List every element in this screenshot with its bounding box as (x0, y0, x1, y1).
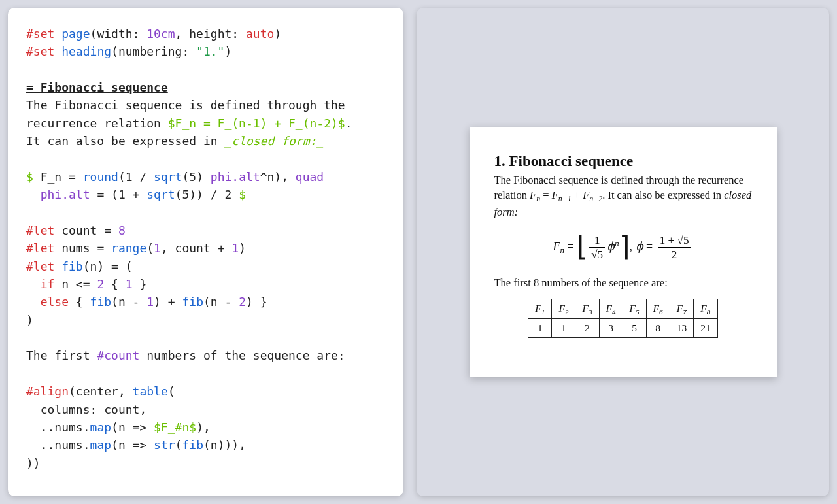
intro-paragraph: The Fibonacci sequence is defined throug… (494, 173, 752, 220)
math-F: F (553, 240, 560, 253)
fn-table: table (133, 384, 168, 398)
fibonacci-table: F1 F2 F3 F4 F5 F6 F7 F8 1 1 2 3 5 8 13 (528, 299, 717, 339)
table-cell: F5 (623, 299, 646, 319)
code-text: (numbering: (111, 44, 196, 58)
literal-1: 1 (126, 277, 133, 291)
table-cell: 21 (694, 319, 718, 338)
page-title: 1. Fibonacci sequence (494, 153, 752, 170)
table-cell: F4 (599, 299, 623, 319)
var-count: count (54, 224, 97, 237)
code-text: ) (224, 44, 231, 58)
fn-fib: fib (90, 295, 112, 309)
table-cell: F7 (670, 299, 694, 319)
text: , (630, 240, 636, 253)
literal-2: 2 (239, 295, 246, 309)
table-cell: 5 (623, 319, 646, 338)
fn-sqrt: sqrt (154, 170, 182, 184)
phi-symbol: ϕ (636, 240, 643, 253)
code-text: . (345, 116, 352, 130)
fraction: 1√5 (589, 234, 605, 261)
numerator: 1 (589, 234, 605, 247)
table-cell: 1 (552, 319, 575, 338)
code-editor-pane[interactable]: #set page(width: 10cm, height: auto) #se… (8, 8, 403, 496)
code-text: = (1 + (90, 188, 147, 201)
fn-str: str (154, 438, 175, 452)
fraction: 1 + √52 (658, 234, 691, 261)
sym-phi: phi.alt (41, 188, 90, 201)
text: = (540, 189, 552, 201)
math-F: F (583, 189, 589, 201)
fn-map: map (90, 438, 112, 452)
code-text: ) } (246, 295, 267, 309)
code-text: numbers of the sequence are: (139, 348, 345, 362)
math-F: F (530, 189, 536, 201)
code-text: n <= (54, 277, 97, 291)
literal-1: 1 (146, 295, 154, 309)
fn-heading: heading (54, 44, 111, 58)
code-text: { (104, 277, 126, 291)
math-open: $ (26, 170, 41, 184)
kw-let: #let (26, 224, 54, 237)
table-cell: 2 (575, 319, 599, 338)
literal-1: 1 (231, 241, 239, 255)
code-text: (n - (111, 295, 146, 309)
text: . It can also be expressed in (602, 189, 724, 201)
preview-pane: 1. Fibonacci sequence The Fibonacci sequ… (417, 8, 829, 496)
code-text: , count + (161, 241, 231, 255)
inline-math: $F_n = F_(n-1) + F_(n-2)$ (168, 116, 345, 130)
table-cell: 8 (646, 319, 670, 338)
table-cell: F2 (552, 299, 575, 319)
code-text: F_n (41, 170, 62, 184)
table-cell: F1 (528, 299, 552, 319)
code-text: , height: (175, 27, 246, 41)
code-text: ) (274, 27, 281, 41)
fn-map: map (90, 420, 112, 434)
code-text: ( (175, 438, 182, 452)
math-F: F (552, 189, 558, 201)
math-close: $ (239, 188, 246, 201)
table-cell: F6 (646, 299, 670, 319)
code-text: } (133, 277, 147, 291)
table-cell: 13 (670, 319, 694, 338)
kw-let: #let (26, 260, 54, 273)
code-text: The first (26, 348, 97, 362)
code-text: ( (168, 384, 175, 398)
kw-set: #set (26, 27, 54, 41)
code-text: )) (26, 456, 41, 470)
code-text: (n))), (203, 438, 246, 452)
text: = (564, 240, 577, 253)
code-text: (5) (182, 170, 210, 184)
code-text: (1 / (118, 170, 154, 184)
code-text: = (97, 224, 118, 237)
floor-right-icon: ⌉ (619, 230, 630, 262)
table-cell: F8 (694, 299, 718, 319)
rendered-page: 1. Fibonacci sequence The Fibonacci sequ… (470, 127, 777, 377)
code-text: ) (26, 313, 33, 327)
code-text: columns: count, (26, 403, 146, 416)
literal-10cm: 10cm (146, 27, 175, 41)
code-text: ..nums. (26, 438, 90, 452)
code-text: (5)) / 2 (175, 188, 239, 201)
fn-fib-def: fib (54, 260, 82, 273)
code-text: { (69, 295, 90, 309)
denominator: 2 (658, 247, 691, 261)
code-text: ) (239, 241, 246, 255)
fn-fib: fib (182, 438, 203, 452)
table-cell: F3 (575, 299, 599, 319)
code-text: ^n), (260, 170, 296, 184)
denominator: √5 (589, 247, 605, 261)
string-literal: "1." (196, 44, 224, 58)
fn-round: round (83, 170, 118, 184)
kw-let: #let (26, 241, 54, 255)
code-text: ), (196, 420, 211, 434)
literal-2: 2 (97, 277, 104, 291)
inline-math: $F_#n$ (154, 420, 196, 434)
phi-symbol: ϕ (607, 240, 615, 253)
code-text: The Fibonacci sequence is defined throug… (26, 98, 345, 112)
fn-range: range (111, 241, 146, 255)
kw-auto: auto (246, 27, 274, 41)
kw-else: else (26, 295, 69, 309)
fn-align: #align (26, 384, 69, 398)
code-text: (n => (111, 438, 154, 452)
code-text: It can also be expressed in (26, 134, 224, 148)
